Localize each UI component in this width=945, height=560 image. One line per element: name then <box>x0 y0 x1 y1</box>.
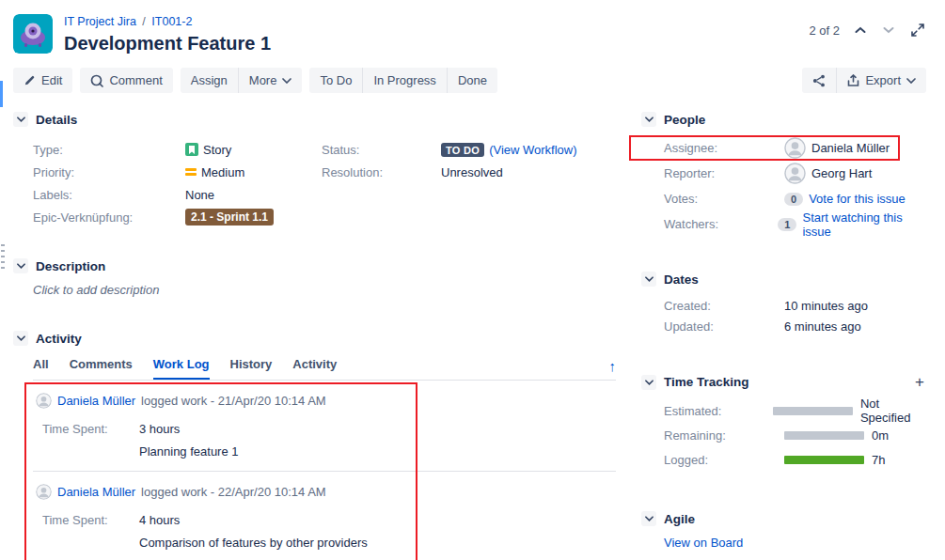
tab-work-log[interactable]: Work Log <box>153 357 210 380</box>
user-avatar-icon <box>36 484 52 500</box>
breadcrumb: IT Project Jira / IT001-2 <box>64 14 809 28</box>
worklog-list: Daniela Müller logged work - 21/Apr/20 1… <box>33 381 616 560</box>
worklog-author-link[interactable]: Daniela Müller <box>57 485 135 499</box>
description-section: Description Click to add description <box>13 258 616 297</box>
activity-section-header: Activity <box>13 331 616 346</box>
assignee-value[interactable]: Daniela Müller <box>811 141 890 155</box>
worklog-entry: Daniela Müller logged work - 22/Apr/20 1… <box>33 471 616 560</box>
watchers-label: Watchers: <box>641 217 778 231</box>
type-field: Type: Story <box>13 138 314 161</box>
agile-section-title: Agile <box>664 512 695 526</box>
done-button-label: Done <box>458 73 487 87</box>
page-title: Development Feature 1 <box>64 33 809 54</box>
time-tracking-section: Time Tracking + Estimated: Not Specified… <box>641 374 926 472</box>
remaining-progress-bar <box>784 431 864 440</box>
comment-button[interactable]: Comment <box>80 68 172 93</box>
reporter-value[interactable]: Georg Hart <box>811 166 872 180</box>
export-icon <box>847 74 859 87</box>
section-chevron-icon[interactable] <box>641 112 656 127</box>
type-value-text: Story <box>203 143 231 157</box>
description-placeholder[interactable]: Click to add description <box>33 283 616 297</box>
updated-value: 6 minutes ago <box>784 319 861 334</box>
comment-icon <box>90 74 103 87</box>
scroll-to-top-icon[interactable]: ↑ <box>609 358 617 380</box>
issue-pager: 2 of 2 <box>809 14 926 39</box>
dates-section-header: Dates <box>641 272 926 287</box>
issue-toolbar: Edit Comment Assign More To Do In Progre… <box>0 54 945 93</box>
epic-link-field: Epic-Verknüpfung: 2.1 - Sprint 1.1 <box>13 206 314 228</box>
assign-button[interactable]: Assign <box>181 68 238 93</box>
section-chevron-icon[interactable] <box>13 331 28 346</box>
votes-label: Votes: <box>641 192 784 206</box>
assign-button-label: Assign <box>191 73 228 87</box>
view-on-board-link[interactable]: View on Board <box>664 536 743 550</box>
dates-section: Dates Created: 10 minutes ago Updated: 6… <box>641 272 926 336</box>
section-chevron-icon[interactable] <box>13 112 28 127</box>
time-spent-label: Time Spent: <box>42 422 139 436</box>
tab-history[interactable]: History <box>230 357 273 380</box>
details-column-right: Status: TO DO (View Workflow) Resolution… <box>314 138 616 228</box>
section-chevron-icon[interactable] <box>13 258 28 273</box>
in-progress-transition-button[interactable]: In Progress <box>362 68 446 93</box>
assignee-row: Assignee: Daniela Müller <box>641 135 926 161</box>
watch-link[interactable]: Start watching this issue <box>802 210 926 239</box>
epic-link-label: Epic-Verknüpfung: <box>13 210 185 225</box>
fullscreen-button[interactable] <box>909 22 926 39</box>
previous-issue-button[interactable] <box>853 24 868 36</box>
project-avatar-icon[interactable] <box>13 14 53 54</box>
more-button-label: More <box>249 73 277 87</box>
worklog-comment: Comparison of features by other provider… <box>139 536 616 550</box>
resolution-value: Unresolved <box>441 165 503 179</box>
labels-value: None <box>185 188 214 202</box>
add-time-tracking-button[interactable]: + <box>915 374 926 390</box>
share-button[interactable] <box>802 68 836 93</box>
issue-header: IT Project Jira / IT001-2 Development Fe… <box>0 0 945 54</box>
header-text: IT Project Jira / IT001-2 Development Fe… <box>64 14 809 54</box>
worklog-time-spent-row: Time Spent: 3 hours <box>42 422 616 436</box>
resolution-label: Resolution: <box>314 165 441 179</box>
logged-progress-bar <box>784 456 864 464</box>
reporter-label: Reporter: <box>641 166 784 180</box>
export-button[interactable]: Export <box>836 68 926 93</box>
tab-all[interactable]: All <box>33 357 49 380</box>
people-section-header: People <box>641 112 926 127</box>
more-button[interactable]: More <box>238 68 303 93</box>
votes-row: Votes: 0 Vote for this issue <box>641 186 926 211</box>
section-chevron-icon[interactable] <box>641 375 656 390</box>
created-label: Created: <box>641 299 784 313</box>
share-icon <box>812 74 826 87</box>
vote-link[interactable]: Vote for this issue <box>809 192 906 206</box>
section-chevron-icon[interactable] <box>641 272 656 287</box>
drag-handle[interactable] <box>1 244 5 272</box>
epic-link-lozenge[interactable]: 2.1 - Sprint 1.1 <box>185 209 274 226</box>
priority-value-text: Medium <box>201 165 244 179</box>
left-column: Details Type: Story Priority: <box>13 93 616 560</box>
worklog-entry: Daniela Müller logged work - 21/Apr/20 1… <box>33 381 616 471</box>
worklog-author-link[interactable]: Daniela Müller <box>57 394 135 408</box>
right-column: People Assignee: Daniela Müller Reporter… <box>641 93 926 560</box>
votes-count-badge: 0 <box>784 193 803 206</box>
section-chevron-icon[interactable] <box>641 511 656 526</box>
todo-transition-button[interactable]: To Do <box>309 68 362 93</box>
description-section-title: Description <box>36 259 105 273</box>
scrollbar-thumb[interactable] <box>0 81 3 107</box>
view-workflow-link[interactable]: (View Workflow) <box>489 143 576 157</box>
edit-button[interactable]: Edit <box>13 68 72 93</box>
priority-field: Priority: Medium <box>13 161 314 183</box>
assign-button-group: Assign More <box>181 68 303 93</box>
breadcrumb-project-link[interactable]: IT Project Jira <box>64 15 136 28</box>
tab-comments[interactable]: Comments <box>70 357 133 380</box>
breadcrumb-issue-link[interactable]: IT001-2 <box>151 15 192 28</box>
logged-value: 7h <box>872 453 885 467</box>
share-export-group: Export <box>802 68 926 93</box>
time-tracking-section-header: Time Tracking + <box>641 374 926 390</box>
logged-row: Logged: 7h <box>641 447 926 472</box>
pager-count: 2 of 2 <box>809 23 840 38</box>
done-transition-button[interactable]: Done <box>447 68 497 93</box>
tab-activity[interactable]: Activity <box>292 357 337 380</box>
worklog-entry-header: Daniela Müller logged work - 21/Apr/20 1… <box>36 393 616 409</box>
updated-label: Updated: <box>641 319 784 334</box>
time-tracking-section-title: Time Tracking <box>664 375 749 389</box>
edit-icon <box>24 74 36 86</box>
next-issue-button[interactable] <box>881 24 896 36</box>
